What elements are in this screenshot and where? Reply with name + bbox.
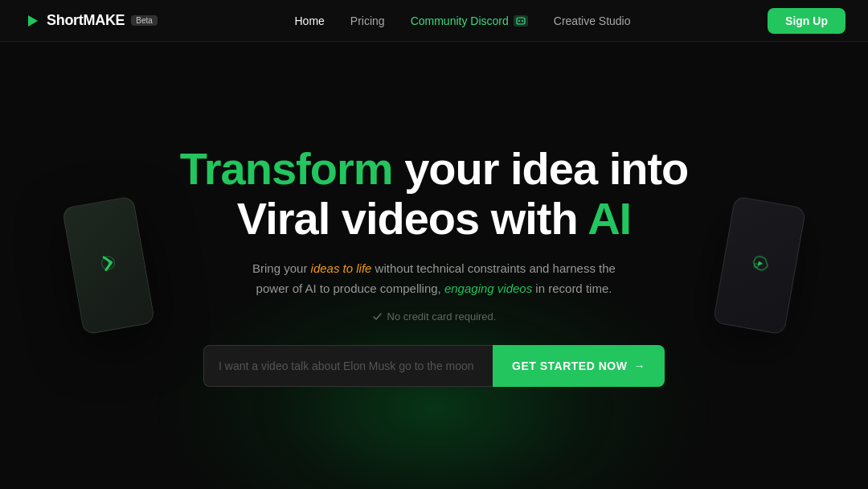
check-icon bbox=[372, 311, 383, 322]
no-cc-notice: No credit card required. bbox=[372, 310, 497, 323]
arrow-icon: → bbox=[633, 360, 645, 372]
hero-section: Transform your idea into Viral videos wi… bbox=[0, 42, 868, 489]
nav-link-studio[interactable]: Creative Studio bbox=[554, 14, 631, 27]
get-started-button[interactable]: GET STARTED NOW → bbox=[493, 345, 665, 387]
beta-badge: Beta bbox=[131, 15, 158, 26]
nav-link-discord[interactable]: Community Discord bbox=[411, 14, 528, 27]
signup-button[interactable]: Sign Up bbox=[768, 8, 845, 34]
nav-item-discord[interactable]: Community Discord bbox=[411, 14, 528, 27]
nav-item-home[interactable]: Home bbox=[294, 14, 324, 28]
nav-link-pricing[interactable]: Pricing bbox=[350, 14, 385, 27]
video-idea-input[interactable] bbox=[203, 345, 493, 387]
navbar: ShortMAKE Beta Home Pricing Community Di… bbox=[0, 0, 868, 42]
nav-right: Sign Up bbox=[768, 8, 845, 34]
phone-card-left bbox=[62, 195, 155, 335]
nav-links: Home Pricing Community Discord Creative … bbox=[294, 14, 630, 28]
left-phone-icon bbox=[92, 246, 126, 286]
nav-item-studio[interactable]: Creative Studio bbox=[554, 14, 631, 28]
nav-item-pricing[interactable]: Pricing bbox=[350, 14, 385, 28]
cta-row: GET STARTED NOW → bbox=[203, 345, 665, 387]
logo-icon bbox=[23, 11, 42, 31]
hero-heading-ai: AI bbox=[588, 193, 631, 244]
svg-rect-1 bbox=[517, 18, 525, 24]
phone-card-right bbox=[713, 195, 806, 335]
nav-link-home[interactable]: Home bbox=[294, 14, 324, 27]
svg-point-2 bbox=[518, 20, 520, 22]
logo-text: ShortMAKE bbox=[47, 12, 125, 29]
hero-heading-transform: Transform bbox=[180, 143, 393, 194]
svg-marker-0 bbox=[28, 15, 38, 27]
right-phone-icon bbox=[743, 246, 777, 286]
svg-point-3 bbox=[522, 20, 523, 22]
svg-point-5 bbox=[754, 263, 759, 268]
discord-icon bbox=[514, 15, 528, 27]
logo[interactable]: ShortMAKE Beta bbox=[23, 11, 158, 31]
hero-heading: Transform your idea into Viral videos wi… bbox=[180, 144, 689, 243]
hero-subtext: Bring your ideas to life without technic… bbox=[249, 259, 619, 299]
